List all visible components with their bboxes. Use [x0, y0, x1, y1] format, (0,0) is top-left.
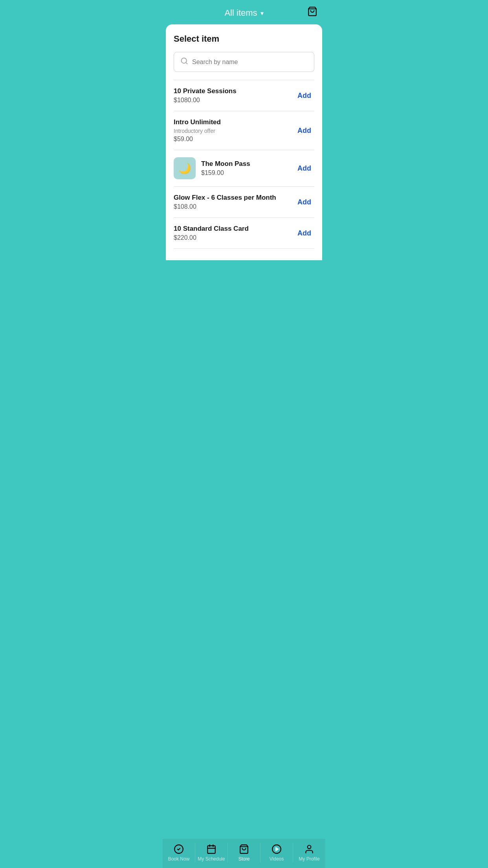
- item-info: 10 Standard Class Card $220.00: [174, 225, 294, 241]
- list-item: Glow Flex - 6 Classes per Month $108.00 …: [174, 187, 314, 217]
- chevron-down-icon: ▾: [261, 9, 264, 17]
- list-item: 🌙 The Moon Pass $159.00 Add: [174, 150, 314, 186]
- item-info: Glow Flex - 6 Classes per Month $108.00: [174, 194, 294, 210]
- item-subtitle: Introductory offer: [174, 128, 221, 134]
- item-price: $159.00: [201, 169, 250, 177]
- cart-button[interactable]: [307, 6, 317, 18]
- select-item-title: Select item: [174, 34, 314, 44]
- svg-line-2: [186, 63, 187, 64]
- add-button[interactable]: Add: [294, 90, 314, 101]
- add-button[interactable]: Add: [294, 125, 314, 136]
- cart-icon: [307, 6, 317, 17]
- item-thumbnail: 🌙: [174, 157, 196, 179]
- item-info: Intro Unlimited Introductory offer $59.0…: [174, 118, 294, 143]
- content-card: Select item 10 Private Sessions $1080.00…: [166, 24, 322, 260]
- item-price: $59.00: [174, 136, 221, 143]
- item-price: $108.00: [174, 203, 276, 210]
- item-text: Glow Flex - 6 Classes per Month $108.00: [174, 194, 276, 210]
- item-text: 10 Standard Class Card $220.00: [174, 225, 249, 241]
- moon-icon: 🌙: [178, 162, 191, 175]
- add-button[interactable]: Add: [294, 228, 314, 239]
- list-item: Intro Unlimited Introductory offer $59.0…: [174, 111, 314, 150]
- item-name: 10 Standard Class Card: [174, 225, 249, 233]
- item-info: 🌙 The Moon Pass $159.00: [174, 157, 294, 179]
- list-item: 10 Standard Class Card $220.00 Add: [174, 218, 314, 248]
- search-icon: [180, 57, 188, 67]
- header-title: All items: [224, 8, 257, 18]
- item-name: 10 Private Sessions: [174, 87, 237, 95]
- item-price: $1080.00: [174, 97, 237, 104]
- item-name: Glow Flex - 6 Classes per Month: [174, 194, 276, 202]
- filter-dropdown[interactable]: All items ▾: [224, 8, 263, 18]
- list-item: 10 Private Sessions $1080.00 Add: [174, 80, 314, 111]
- item-name: The Moon Pass: [201, 160, 250, 168]
- item-text: 10 Private Sessions $1080.00: [174, 87, 237, 104]
- item-info: 10 Private Sessions $1080.00: [174, 87, 294, 104]
- item-text: The Moon Pass $159.00: [201, 160, 250, 177]
- item-price: $220.00: [174, 234, 249, 241]
- search-bar[interactable]: [174, 52, 314, 72]
- search-input[interactable]: [192, 59, 308, 66]
- add-button[interactable]: Add: [294, 197, 314, 208]
- header: All items ▾: [163, 0, 325, 24]
- item-text: Intro Unlimited Introductory offer $59.0…: [174, 118, 221, 143]
- divider: [174, 248, 314, 249]
- add-button[interactable]: Add: [294, 163, 314, 174]
- item-name: Intro Unlimited: [174, 118, 221, 126]
